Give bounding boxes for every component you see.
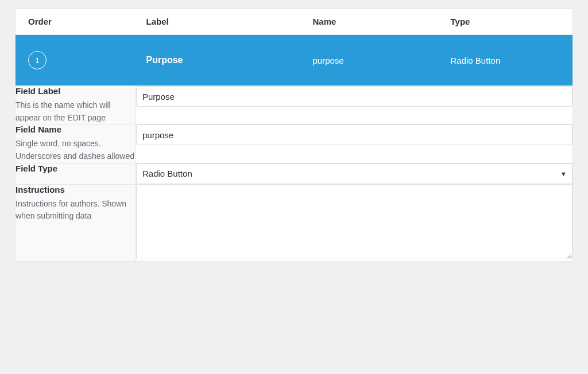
summary-label-text: Purpose: [146, 55, 183, 65]
field-label-desc: This is the name which will appear on th…: [16, 99, 136, 124]
field-name-row: Field Name Single word, no spaces. Under…: [16, 124, 573, 163]
field-label-heading-cell: Field Label This is the name which will …: [16, 86, 136, 124]
summary-name-cell: purpose: [303, 35, 440, 86]
field-settings-table: Order Label Name Type 1 Purpose purpose …: [15, 8, 573, 262]
field-instructions-title: Instructions: [16, 185, 136, 194]
header-label: Label: [136, 9, 303, 35]
field-type-title: Field Type: [16, 163, 136, 173]
field-summary-row[interactable]: 1 Purpose purpose Radio Button: [16, 35, 573, 86]
summary-type-cell: Radio Button: [440, 35, 573, 86]
field-name-heading-cell: Field Name Single word, no spaces. Under…: [16, 124, 136, 163]
summary-order-cell: 1: [16, 35, 136, 86]
field-type-heading-cell: Field Type: [16, 163, 136, 184]
field-instructions-row: Instructions Instructions for authors. S…: [16, 184, 573, 261]
field-type-select[interactable]: Radio Button: [136, 163, 572, 184]
field-name-desc: Single word, no spaces. Underscores and …: [16, 138, 136, 162]
field-name-input[interactable]: [136, 124, 572, 145]
field-name-input-cell: [136, 124, 573, 163]
field-type-input-cell: Radio Button ▼: [136, 163, 573, 184]
field-label-input[interactable]: [136, 86, 572, 107]
field-label-row: Field Label This is the name which will …: [16, 86, 573, 124]
summary-label-cell: Purpose: [136, 35, 303, 86]
field-instructions-heading-cell: Instructions Instructions for authors. S…: [16, 184, 136, 261]
field-instructions-input-cell: [136, 184, 573, 261]
field-name-title: Field Name: [16, 124, 136, 134]
field-instructions-desc: Instructions for authors. Shown when sub…: [16, 198, 136, 223]
order-number-badge: 1: [28, 51, 47, 69]
header-type: Type: [440, 9, 573, 35]
header-name: Name: [303, 9, 440, 35]
field-label-input-cell: [136, 86, 573, 124]
field-instructions-textarea[interactable]: [136, 185, 572, 259]
header-row: Order Label Name Type: [16, 9, 573, 35]
field-type-row: Field Type Radio Button ▼: [16, 163, 573, 184]
header-order: Order: [16, 9, 136, 35]
field-type-selected-value: Radio Button: [142, 169, 192, 178]
field-label-title: Field Label: [16, 86, 136, 96]
